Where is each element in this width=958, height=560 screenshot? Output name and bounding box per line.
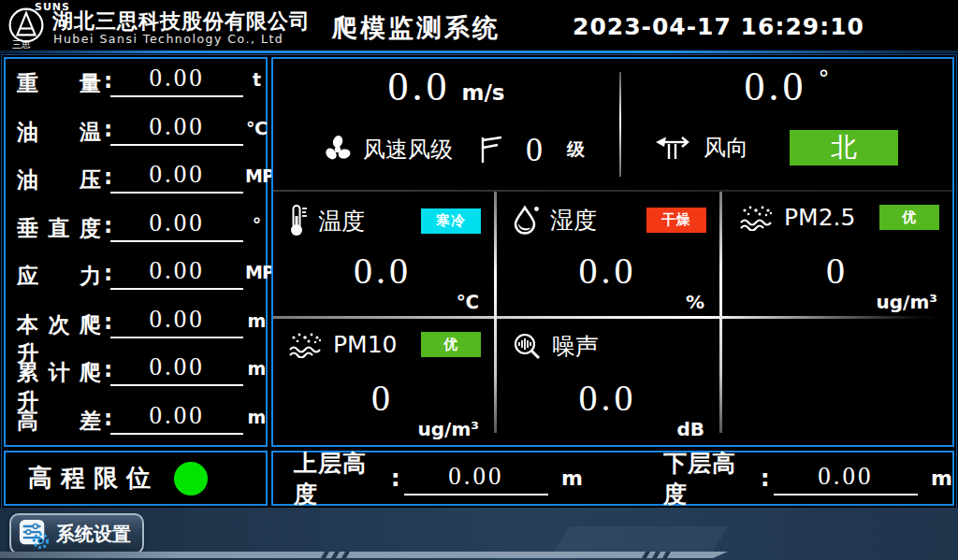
upper-height-unit: m: [561, 467, 583, 490]
elevation-limit-status-light: [174, 462, 208, 495]
wind-direction-label: 风向: [704, 133, 748, 163]
upper-height-value: 0.00: [404, 462, 548, 495]
metric-row-height-diff: 高差: 0.00 m: [6, 396, 266, 445]
lower-height-group: 下层高度 : 0.00 m: [663, 448, 952, 510]
upper-height-label: 上层高度: [294, 448, 389, 510]
wind-direction-section: 0.0 ° 风向 北: [621, 59, 952, 190]
cell-label: PM10: [333, 331, 397, 358]
lower-height-unit: m: [931, 467, 952, 490]
noise-meter-icon: [513, 332, 543, 362]
noise-cell: 噪声 0.0 dB: [498, 320, 718, 445]
environment-panel: 0.0 m/s 风速风级 0 级: [271, 57, 954, 447]
thermometer-icon: [288, 204, 309, 237]
cell-header: 温度 寒冷: [288, 204, 481, 237]
metric-unit: t: [245, 69, 268, 90]
datetime-display: 2023-04-17 16:29:10: [573, 13, 864, 40]
cell-header: 湿度 干燥: [513, 204, 706, 236]
metric-row-oil-pressure: 油压: 0.00 MPa: [6, 155, 266, 204]
cell-label: 湿度: [550, 205, 597, 236]
cell-value: 0: [724, 252, 951, 290]
wind-level-value: 0: [526, 130, 544, 169]
metric-label: 油压: [17, 165, 101, 194]
metric-row-stress: 应力: 0.00 MPa: [6, 251, 266, 300]
system-settings-button[interactable]: 系统设置: [9, 513, 144, 554]
cell-value: 0.0: [273, 252, 492, 290]
metric-unit: m: [245, 407, 268, 427]
metric-row-current-climb: 本次爬升: 0.00 m: [6, 300, 266, 349]
status-badge: 优: [421, 332, 481, 357]
colon: :: [391, 465, 400, 492]
wind-direction-display: 0.0 °: [621, 66, 952, 108]
metric-unit: °: [245, 214, 268, 235]
cell-header: PM2.5 优: [739, 204, 939, 231]
company-name-en: Hubei Sansi Technology Co., Ltd: [53, 32, 283, 46]
humidity-cell: 湿度 干燥 0.0 %: [498, 193, 718, 318]
fan-icon: [322, 134, 354, 165]
metric-value: 0.00: [110, 64, 243, 97]
status-badge: 优: [879, 205, 939, 230]
cell-header: 噪声: [513, 331, 706, 362]
grid-divider-horizontal-1: [273, 190, 952, 192]
logo-sansi-text: 三思: [12, 38, 31, 51]
lower-height-label: 下层高度: [663, 448, 759, 510]
metric-label: 重量: [17, 69, 101, 98]
elevation-limit-label: 高程限位: [28, 462, 159, 495]
metric-value: 0.00: [110, 401, 243, 435]
pm25-cell: PM2.5 优 0 ug/m³: [724, 193, 951, 318]
metric-label: 油温: [17, 118, 101, 147]
metric-unit: m: [245, 310, 268, 331]
cell-label: PM2.5: [784, 204, 855, 231]
pm10-cell: PM10 优 0 ug/m³: [273, 320, 492, 445]
wind-direction-value: 0.0: [745, 66, 807, 108]
dust-icon: [288, 332, 324, 358]
cell-value: 0.0: [498, 380, 718, 417]
wind-speed-unit: m/s: [461, 80, 504, 105]
upper-height-group: 上层高度 : 0.00 m: [294, 448, 583, 510]
metric-unit: MPa: [245, 262, 268, 282]
wind-speed-value: 0.0: [387, 66, 450, 108]
wind-vane-icon: [655, 133, 692, 163]
metric-row-total-climb: 累计爬升: 0.00 m: [6, 348, 266, 396]
cell-unit: dB: [676, 418, 704, 440]
wind-speed-section: 0.0 m/s 风速风级 0 级: [273, 59, 619, 190]
page-title: 爬模监测系统: [332, 11, 501, 45]
metric-label: 垂直度: [17, 214, 101, 243]
metric-value: 0.00: [110, 112, 243, 146]
cell-unit: ug/m³: [877, 291, 937, 313]
cell-unit: ug/m³: [418, 418, 479, 440]
cell-value: 0.0: [498, 252, 718, 290]
metric-unit: ℃: [245, 118, 268, 138]
wind-direction-unit: °: [819, 66, 830, 93]
cell-label: 噪声: [552, 331, 599, 362]
metric-unit: m: [245, 358, 268, 379]
lower-height-value: 0.00: [774, 462, 918, 495]
cell-unit: %: [686, 291, 704, 313]
layer-heights-box: 上层高度 : 0.00 m 下层高度 : 0.00 m: [271, 451, 954, 506]
droplet-icon: [513, 204, 541, 236]
metric-value: 0.00: [110, 352, 243, 386]
elevation-limit-box: 高程限位: [4, 451, 268, 506]
metric-row-oil-temp: 油温: 0.00 ℃: [6, 108, 266, 156]
footer-bar: 系统设置: [0, 508, 958, 560]
metric-label: 高差: [17, 407, 101, 436]
wind-level-row: 风速风级 0 级: [273, 130, 668, 169]
metric-label: 应力: [17, 262, 101, 291]
metric-row-weight: 重量: 0.00 t: [6, 59, 266, 108]
cell-header: PM10 优: [288, 331, 481, 358]
settings-button-label: 系统设置: [56, 522, 131, 547]
wind-speed-display: 0.0 m/s: [273, 66, 619, 108]
wind-speed-label: 风速风级: [363, 135, 453, 165]
metric-value: 0.00: [110, 305, 243, 338]
wind-direction-row: 风向 北: [621, 130, 958, 165]
header-accent-line: [0, 50, 958, 53]
cell-value: 0: [273, 380, 492, 417]
metric-row-verticality: 垂直度: 0.00 °: [6, 204, 266, 252]
grid-divider-vertical-2: [719, 192, 722, 433]
colon: :: [761, 465, 770, 492]
metric-unit: MPa: [245, 165, 268, 186]
empty-cell: [724, 320, 951, 445]
temperature-cell: 温度 寒冷 0.0 ℃: [273, 193, 492, 318]
cell-label: 温度: [318, 206, 365, 237]
metric-value: 0.00: [110, 208, 243, 242]
wind-level-flag-icon: [479, 135, 503, 165]
